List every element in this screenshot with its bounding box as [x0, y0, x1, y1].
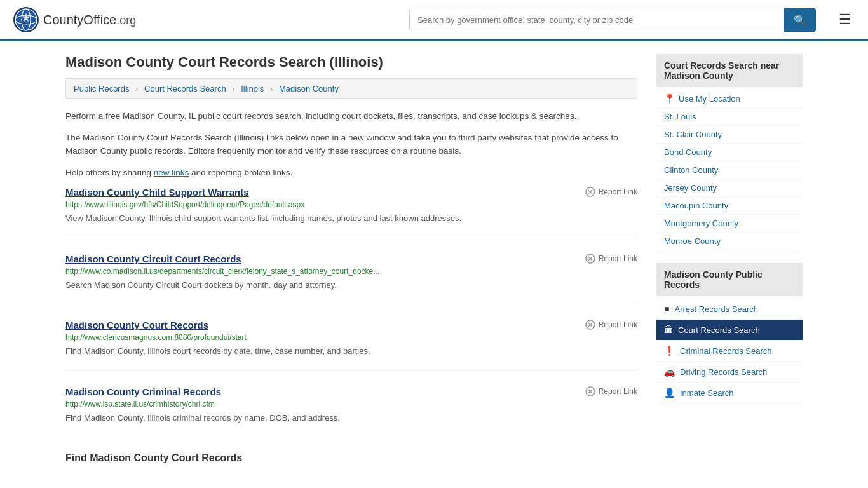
result-url: http://www.clericusmagnus.com:8080/profo…: [65, 333, 637, 342]
logo-name: CountyOffice: [43, 13, 116, 27]
sidebar-inmate-search[interactable]: 👤 Inmate Search: [656, 383, 803, 403]
driving-records-icon: 🚗: [664, 367, 675, 377]
desc-para-3-pre: Help others by sharing: [65, 168, 154, 177]
new-links-link[interactable]: new links: [154, 168, 189, 177]
court-records-link[interactable]: Court Records Search: [678, 325, 760, 335]
montgomery-county-link[interactable]: Montgomery County: [664, 219, 738, 228]
monroe-county-link[interactable]: Monroe County: [664, 236, 721, 246]
result-item: Madison County Circuit Court Records Rep…: [65, 254, 637, 305]
result-item: Madison County Criminal Records Report L…: [65, 386, 637, 438]
search-button[interactable]: 🔍: [784, 8, 816, 32]
sidebar-link-clinton[interactable]: Clinton County: [656, 161, 803, 179]
result-url: http://www.isp.state.il.us/crimhistory/c…: [65, 400, 637, 409]
result-header: Madison County Court Records Report Link: [65, 320, 637, 330]
breadcrumb-court-records[interactable]: Court Records Search: [144, 84, 226, 93]
result-desc: Search Madison County Circuit Court dock…: [65, 279, 637, 292]
clinton-county-link[interactable]: Clinton County: [664, 165, 718, 175]
breadcrumb-madison-county[interactable]: Madison County: [279, 84, 339, 93]
logo-icon: [13, 6, 39, 33]
result-desc: View Madison County, Illinois child supp…: [65, 212, 637, 225]
result-title[interactable]: Madison County Court Records: [65, 320, 208, 330]
find-section-header: Find Madison County Court Records: [65, 452, 637, 464]
content: Madison County Court Records Search (Ill…: [65, 54, 637, 464]
sidebar-public-records-section: Madison County Public Records ■ Arrest R…: [656, 263, 803, 403]
main-layout: Madison County Court Records Search (Ill…: [53, 41, 815, 477]
bond-county-link[interactable]: Bond County: [664, 147, 712, 157]
report-link[interactable]: Report Link: [585, 187, 637, 197]
st-louis-link[interactable]: St. Louis: [664, 112, 696, 121]
result-url: http://www.co.madison.il.us/departments/…: [65, 267, 637, 276]
desc-para-1: Perform a free Madison County, IL public…: [65, 109, 637, 123]
sidebar: Court Records Search near Madison County…: [656, 54, 803, 464]
breadcrumb-sep-2: ›: [232, 84, 234, 93]
results-list: Madison County Child Support Warrants Re…: [65, 187, 637, 437]
result-url: https://www.illinois.gov/hfs/ChildSuppor…: [65, 200, 637, 209]
report-link[interactable]: Report Link: [585, 386, 637, 396]
logo-suffix: .org: [116, 14, 136, 27]
breadcrumb-sep-1: ›: [135, 84, 138, 93]
location-pin-icon: 📍: [664, 93, 675, 104]
use-my-location-link[interactable]: Use My Location: [679, 94, 740, 104]
desc-para-3: Help others by sharing new links and rep…: [65, 166, 637, 180]
logo-text: CountyOffice.org: [43, 13, 136, 27]
report-icon: [585, 187, 595, 197]
result-item: Madison County Court Records Report Link…: [65, 320, 637, 371]
report-icon: [585, 254, 595, 264]
report-link-label: Report Link: [599, 187, 637, 196]
report-link-label: Report Link: [599, 387, 637, 396]
macoupin-county-link[interactable]: Macoupin County: [664, 201, 728, 210]
sidebar-nearby-section: Court Records Search near Madison County…: [656, 54, 803, 250]
sidebar-link-jersey[interactable]: Jersey County: [656, 179, 803, 197]
desc-para-2: The Madison County Court Records Search …: [65, 131, 637, 158]
result-desc: Find Madison County, Illinois criminal r…: [65, 412, 637, 424]
result-desc: Find Madison County, Illinois court reco…: [65, 345, 637, 358]
breadcrumb-public-records[interactable]: Public Records: [74, 84, 129, 93]
search-area: 🔍: [409, 8, 816, 32]
menu-button[interactable]: ☰: [835, 9, 855, 30]
breadcrumb-illinois[interactable]: Illinois: [241, 84, 264, 93]
sidebar-public-records-title: Madison County Public Records: [656, 263, 803, 296]
sidebar-driving-records[interactable]: 🚗 Driving Records Search: [656, 362, 803, 383]
criminal-records-link[interactable]: Criminal Records Search: [680, 346, 772, 356]
sidebar-arrest-records[interactable]: ■ Arrest Records Search: [656, 299, 803, 320]
report-link-label: Report Link: [599, 320, 637, 329]
sidebar-link-macoupin[interactable]: Macoupin County: [656, 197, 803, 215]
result-header: Madison County Criminal Records Report L…: [65, 386, 637, 397]
result-header: Madison County Child Support Warrants Re…: [65, 187, 637, 198]
sidebar-court-records[interactable]: 🏛 Court Records Search: [656, 320, 803, 341]
report-icon: [585, 386, 595, 396]
sidebar-link-st-clair[interactable]: St. Clair County: [656, 126, 803, 144]
search-input[interactable]: [409, 10, 784, 30]
result-title[interactable]: Madison County Criminal Records: [65, 386, 221, 397]
sidebar-nearby-title: Court Records Search near Madison County: [656, 54, 803, 87]
court-records-icon: 🏛: [664, 325, 673, 335]
result-title[interactable]: Madison County Child Support Warrants: [65, 187, 249, 198]
arrest-records-icon: ■: [664, 304, 669, 314]
page-title: Madison County Court Records Search (Ill…: [65, 54, 637, 71]
jersey-county-link[interactable]: Jersey County: [664, 183, 717, 193]
sidebar-criminal-records[interactable]: ❗ Criminal Records Search: [656, 341, 803, 362]
inmate-search-link[interactable]: Inmate Search: [680, 388, 734, 398]
arrest-records-link[interactable]: Arrest Records Search: [674, 304, 758, 314]
sidebar-use-location[interactable]: 📍 Use My Location: [656, 90, 803, 108]
result-header: Madison County Circuit Court Records Rep…: [65, 254, 637, 264]
criminal-records-icon: ❗: [664, 346, 675, 356]
result-title[interactable]: Madison County Circuit Court Records: [65, 254, 241, 264]
report-link-label: Report Link: [599, 254, 637, 263]
sidebar-link-bond[interactable]: Bond County: [656, 144, 803, 161]
desc-para-3-post: and reporting broken links.: [189, 168, 292, 177]
driving-records-link[interactable]: Driving Records Search: [680, 367, 767, 377]
breadcrumb-sep-3: ›: [270, 84, 273, 93]
st-clair-county-link[interactable]: St. Clair County: [664, 130, 722, 139]
report-link[interactable]: Report Link: [585, 254, 637, 264]
sidebar-link-st-louis[interactable]: St. Louis: [656, 108, 803, 126]
result-item: Madison County Child Support Warrants Re…: [65, 187, 637, 238]
inmate-search-icon: 👤: [664, 388, 675, 398]
sidebar-link-monroe[interactable]: Monroe County: [656, 233, 803, 250]
header: CountyOffice.org 🔍 ☰: [0, 0, 868, 41]
report-icon: [585, 320, 595, 330]
report-link[interactable]: Report Link: [585, 320, 637, 330]
breadcrumb: Public Records › Court Records Search › …: [65, 78, 637, 99]
sidebar-link-montgomery[interactable]: Montgomery County: [656, 215, 803, 233]
logo[interactable]: CountyOffice.org: [13, 6, 136, 33]
